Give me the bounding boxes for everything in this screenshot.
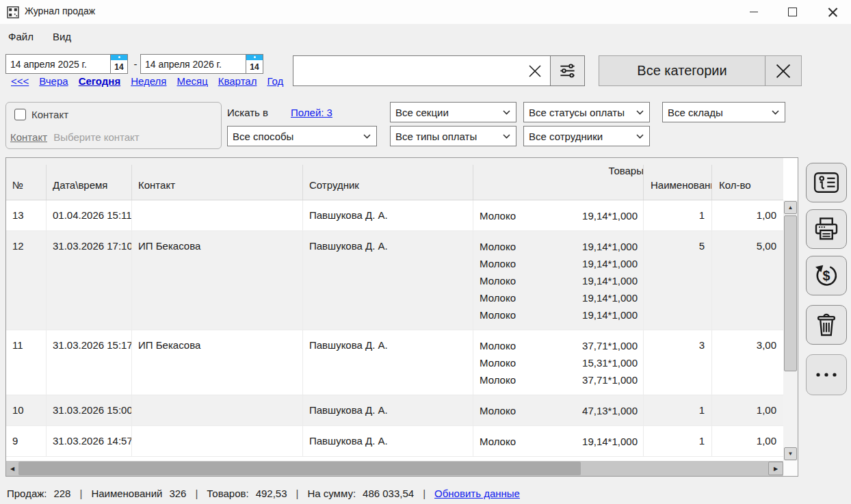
window-title: Журнал продаж	[25, 5, 95, 16]
column-header-datetime[interactable]: Дата\время	[47, 158, 132, 200]
row-contact	[132, 395, 303, 425]
trash-icon	[813, 311, 839, 339]
date-range-separator: -	[131, 58, 140, 70]
column-header-names-count[interactable]: Наименований	[644, 158, 712, 200]
row-employee: Павшукова Д. А.	[303, 200, 473, 230]
close-icon	[828, 8, 837, 16]
sections-dropdown[interactable]: Все секции	[390, 102, 516, 122]
quick-link-quarter[interactable]: Квартал	[218, 75, 257, 87]
scroll-up-button[interactable]: ▲	[784, 201, 797, 214]
horizontal-scroll-thumb[interactable]	[18, 462, 581, 475]
menu-view[interactable]: Вид	[43, 24, 81, 49]
row-employee: Павшукова Д. А.	[303, 395, 473, 425]
column-header-employee[interactable]: Сотрудник	[303, 158, 473, 200]
calendar-button-to[interactable]: 14	[246, 55, 263, 73]
row-products: Молоко37,71*1,000Молоко15,31*1,000Молоко…	[473, 330, 644, 395]
categories-clear-button[interactable]	[765, 56, 801, 85]
product-line: Молоко37,71*1,000	[473, 371, 643, 388]
column-header-contact[interactable]: Контакт	[132, 158, 303, 200]
search-clear-button[interactable]	[520, 56, 550, 85]
date-from-picker[interactable]: 14 апреля 2025 г. 14	[5, 54, 128, 74]
dropdown-value: Все способы	[228, 131, 357, 142]
table-row[interactable]: 1231.03.2026 17:10ИП БекасоваПавшукова Д…	[6, 231, 783, 330]
product-name: Молоко	[473, 272, 516, 289]
categories-button[interactable]: Все категории	[599, 55, 802, 86]
search-settings-button[interactable]	[550, 56, 584, 85]
product-name: Молоко	[473, 371, 516, 388]
quick-link-yesterday[interactable]: Вчера	[39, 75, 68, 87]
contact-select-link[interactable]: Контакт	[10, 131, 47, 143]
quick-link-back[interactable]: <<<	[11, 75, 29, 87]
more-button[interactable]	[806, 354, 847, 395]
product-line: Молоко19,14*1,000	[473, 306, 643, 323]
minimize-icon	[750, 12, 758, 12]
quick-link-today[interactable]: Сегодня	[79, 75, 121, 87]
table-row[interactable]: 1131.03.2026 15:17ИП БекасоваПавшукова Д…	[6, 330, 783, 395]
menubar: Файл Вид	[0, 24, 851, 49]
dropdown-value: Все сотрудники	[524, 131, 630, 142]
employees-dropdown[interactable]: Все сотрудники	[523, 126, 650, 146]
details-button[interactable]	[806, 163, 847, 202]
methods-dropdown[interactable]: Все способы	[227, 126, 377, 146]
row-qty: 5,00	[712, 231, 783, 330]
payment-types-dropdown[interactable]: Все типы оплаты	[390, 126, 516, 146]
vertical-scrollbar[interactable]: ▲ ▼	[783, 200, 798, 461]
row-qty: 1,00	[712, 395, 783, 425]
row-names-count: 1	[644, 426, 712, 456]
row-number: 10	[6, 395, 47, 425]
maximize-button[interactable]	[772, 0, 812, 24]
product-price: 19,14*1,000	[582, 272, 643, 289]
fields-link[interactable]: Полей: 3	[291, 107, 332, 118]
scroll-right-button[interactable]: ▶	[768, 462, 783, 475]
warehouses-dropdown[interactable]: Все склады	[662, 102, 785, 122]
row-employee: Павшукова Д. А.	[303, 426, 473, 456]
print-button[interactable]	[806, 209, 847, 249]
vertical-scroll-thumb[interactable]	[784, 215, 797, 371]
search-in-label: Искать в	[227, 107, 268, 118]
search-input[interactable]	[293, 56, 520, 85]
refund-button[interactable]: $	[806, 256, 847, 295]
date-to-value: 14 апреля 2026 г.	[141, 55, 246, 73]
contact-checkbox[interactable]	[14, 109, 26, 120]
product-price: 19,14*1,000	[582, 433, 643, 450]
row-number: 11	[6, 330, 47, 395]
sales-table: № Дата\время Контакт Сотрудник Товары На…	[5, 157, 798, 477]
date-quick-links: <<< Вчера Сегодня Неделя Месяц Квартал Г…	[11, 75, 283, 87]
quick-link-year[interactable]: Год	[267, 75, 283, 87]
calendar-button-from[interactable]: 14	[110, 55, 127, 73]
dropdown-value: Все секции	[391, 107, 497, 118]
row-datetime: 31.03.2026 15:17	[47, 330, 132, 395]
refresh-data-link[interactable]: Обновить данные	[434, 488, 520, 499]
payment-statuses-dropdown[interactable]: Все статусы оплаты	[523, 102, 650, 122]
table-row[interactable]: 1301.04.2026 15:11Павшукова Д. А.Молоко1…	[6, 200, 783, 231]
table-header: № Дата\время Контакт Сотрудник Товары На…	[6, 158, 783, 200]
menu-file[interactable]: Файл	[0, 24, 43, 49]
product-name: Молоко	[473, 402, 516, 419]
sales-value: 228	[53, 488, 70, 499]
row-products: Молоко19,14*1,000	[473, 200, 644, 230]
table-row[interactable]: 1031.03.2026 15:00Павшукова Д. А.Молоко4…	[6, 395, 783, 426]
scroll-down-button[interactable]: ▼	[784, 447, 797, 460]
column-header-qty[interactable]: Кол-во	[712, 158, 783, 200]
date-to-picker[interactable]: 14 апреля 2026 г. 14	[140, 54, 263, 74]
scroll-left-button[interactable]: ◀	[6, 462, 18, 475]
row-employee: Павшукова Д. А.	[303, 330, 473, 395]
delete-button[interactable]	[806, 305, 847, 345]
contact-placeholder: Выберите контакт	[53, 131, 140, 143]
product-line: Молоко19,14*1,000	[473, 238, 643, 255]
table-row[interactable]: 931.03.2026 14:57Павшукова Д. А.Молоко19…	[6, 426, 783, 457]
separator: |	[79, 488, 82, 499]
product-price: 37,71*1,000	[582, 337, 643, 354]
quick-link-week[interactable]: Неделя	[131, 75, 166, 87]
minimize-button[interactable]	[734, 0, 774, 24]
dropdown-value: Все типы оплаты	[391, 131, 497, 142]
separator: |	[296, 488, 299, 499]
names-label: Наименований	[91, 488, 162, 499]
sales-label: Продаж:	[7, 488, 47, 499]
column-header-products[interactable]: Товары	[473, 158, 644, 200]
horizontal-scrollbar[interactable]: ◀ ▶	[6, 461, 783, 476]
column-header-num[interactable]: №	[6, 158, 47, 200]
product-price: 37,71*1,000	[582, 371, 643, 388]
close-button[interactable]	[813, 0, 851, 24]
quick-link-month[interactable]: Месяц	[177, 75, 208, 87]
